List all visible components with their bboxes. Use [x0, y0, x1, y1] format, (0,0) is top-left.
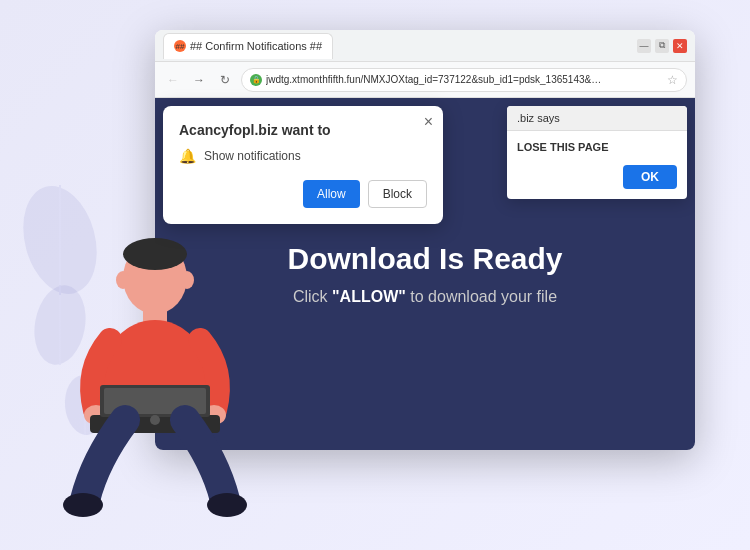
browser-titlebar: ## ## Confirm Notifications ## — ⧉ ✕	[155, 30, 695, 62]
svg-point-19	[207, 493, 247, 517]
back-button[interactable]: ←	[163, 70, 183, 90]
dialog-title: Acancyfopl.biz want to	[179, 122, 427, 138]
person-svg	[55, 220, 255, 530]
subtitle-allow: "ALLOW"	[332, 288, 406, 305]
forward-button[interactable]: →	[189, 70, 209, 90]
svg-point-18	[63, 493, 103, 517]
block-button[interactable]: Block	[368, 180, 427, 208]
dialog-close-button[interactable]: ×	[424, 114, 433, 130]
alert-body: LOSE THIS PAGE OK	[507, 131, 687, 199]
restore-button[interactable]: ⧉	[655, 39, 669, 53]
svg-point-17	[150, 415, 160, 425]
svg-point-8	[116, 271, 130, 289]
notification-label: Show notifications	[204, 149, 301, 163]
subtitle-post: to download your file	[406, 288, 557, 305]
url-text: jwdtg.xtmonthfifth.fun/NMXJOXtag_id=7371…	[266, 74, 606, 85]
secure-icon: 🔒	[250, 74, 262, 86]
ok-button[interactable]: OK	[623, 165, 677, 189]
download-subtitle: Click "ALLOW" to download your file	[293, 288, 557, 306]
svg-point-7	[123, 238, 187, 270]
download-title: Download Is Ready	[287, 242, 562, 276]
subtitle-pre: Click	[293, 288, 332, 305]
browser-addressbar: ← → ↻ 🔒 jwdtg.xtmonthfifth.fun/NMXJOXtag…	[155, 62, 695, 98]
alert-message: LOSE THIS PAGE	[517, 141, 677, 153]
tab-favicon: ##	[174, 40, 186, 52]
dialog-buttons: Allow Block	[179, 180, 427, 208]
refresh-button[interactable]: ↻	[215, 70, 235, 90]
notification-dialog: × Acancyfopl.biz want to 🔔 Show notifica…	[163, 106, 443, 224]
bookmark-icon[interactable]: ☆	[667, 73, 678, 87]
svg-point-9	[180, 271, 194, 289]
titlebar-controls: — ⧉ ✕	[637, 39, 687, 53]
notification-row: 🔔 Show notifications	[179, 148, 427, 164]
close-button[interactable]: ✕	[673, 39, 687, 53]
minimize-button[interactable]: —	[637, 39, 651, 53]
allow-button[interactable]: Allow	[303, 180, 360, 208]
browser-tab[interactable]: ## ## Confirm Notifications ##	[163, 33, 333, 59]
address-bar[interactable]: 🔒 jwdtg.xtmonthfifth.fun/NMXJOXtag_id=73…	[241, 68, 687, 92]
bell-icon: 🔔	[179, 148, 196, 164]
person-illustration	[55, 220, 255, 530]
alert-dialog: .biz says LOSE THIS PAGE OK	[507, 106, 687, 199]
alert-header: .biz says	[507, 106, 687, 131]
tab-label: ## Confirm Notifications ##	[190, 40, 322, 52]
